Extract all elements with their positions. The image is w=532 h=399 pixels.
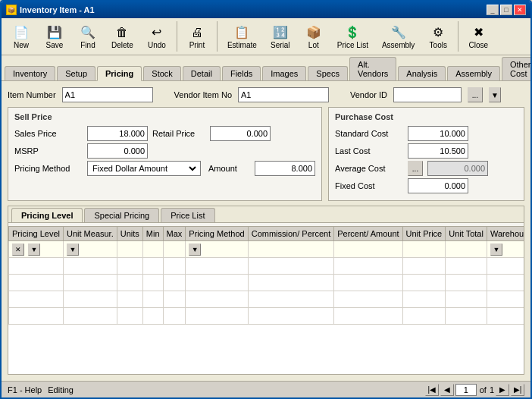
tab-alt-vendors[interactable]: Alt. Vendors [349,57,396,80]
average-cost-label: Average Cost [335,164,403,173]
cell-max[interactable] [163,241,186,258]
pricing-method-grid-dropdown-button[interactable]: ▼ [189,243,201,256]
item-number-input[interactable] [62,87,153,102]
estimate-button[interactable]: 📋 Estimate [222,22,262,52]
cell-unit-measure[interactable]: ▼ [63,241,117,258]
nav-last-button[interactable]: ▶| [511,384,524,396]
msrp-input[interactable] [87,143,148,159]
nav-next-button[interactable]: ▶ [496,384,509,396]
pricing-method-select[interactable]: Fixed Dollar Amount Percentage Markup Ma… [89,163,199,174]
delete-button[interactable]: 🗑 Delete [106,22,139,52]
tab-specs[interactable]: Specs [308,66,348,80]
nav-first-button[interactable]: |◀ [425,384,439,396]
cell-pricing-level[interactable]: ✕ ▼ [9,241,64,258]
average-cost-row: Average Cost ... [335,161,518,176]
new-button[interactable]: 📄 New [6,22,36,52]
save-button[interactable]: 💾 Save [39,22,70,52]
unit-measure-dropdown-button[interactable]: ▼ [67,243,79,256]
find-icon: 🔍 [79,24,97,41]
cell-unit-total[interactable] [446,241,487,258]
pricing-grid: Pricing Level Unit Measur. Units Min Max… [8,226,524,325]
status-bar: F1 - Help Editing |◀ ◀ of 1 ▶ ▶| [2,381,530,397]
vendor-id-label: Vendor ID [350,90,387,99]
average-cost-lookup-button[interactable]: ... [408,161,423,176]
pricing-method-combo[interactable]: Fixed Dollar Amount Percentage Markup Ma… [87,161,201,176]
page-number-input[interactable] [455,384,477,396]
warehouse-dropdown-button[interactable]: ▼ [490,243,502,256]
find-button[interactable]: 🔍 Find [73,22,103,52]
undo-button[interactable]: ↩ Undo [142,22,172,52]
close-icon: ✖ [469,24,487,41]
inner-tab-price-list[interactable]: Price List [161,208,214,222]
table-row-empty-1 [9,258,524,275]
cell-warehouse[interactable]: ▼ [487,241,524,258]
retail-price-input[interactable] [210,126,271,141]
cell-pricing-method[interactable]: ▼ [186,241,248,258]
tab-fields[interactable]: Fields [222,66,261,80]
price-list-button[interactable]: 💲 Price List [332,22,374,52]
amount-label: Amount [208,164,250,173]
purchase-cost-title: Purchase Cost [335,112,518,121]
fixed-cost-input[interactable] [408,178,468,193]
col-unit-measure: Unit Measur. [63,227,117,241]
toolbar-separator-2 [217,21,217,52]
vendor-id-dropdown-button[interactable]: ▼ [489,87,501,102]
serial-button[interactable]: 🔢 Serial [265,22,296,52]
row-delete-button[interactable]: ✕ [12,243,24,256]
purchase-cost-panel: Purchase Cost Standard Cost Last Cost Av… [328,107,524,201]
cell-commission-percent[interactable] [248,241,334,258]
table-row-empty-3 [9,291,524,308]
last-cost-input[interactable] [408,143,468,159]
tab-stock[interactable]: Stock [143,66,181,80]
standard-cost-input[interactable] [408,126,468,141]
col-commission-percent: Commission/ Percent [248,227,334,241]
tab-images[interactable]: Images [262,66,306,80]
tab-setup[interactable]: Setup [57,66,95,80]
standard-cost-label: Standard Cost [335,129,403,138]
toolbar: 📄 New 💾 Save 🔍 Find 🗑 Delete ↩ Undo 🖨 Pr… [2,18,530,55]
vendor-item-no-input[interactable] [238,87,329,102]
minimize-button[interactable]: _ [487,5,499,15]
tab-assembly[interactable]: Assembly [447,66,500,80]
table-row: ✕ ▼ ▼ ▼ [9,241,524,258]
assembly-button[interactable]: 🔧 Assembly [377,22,420,52]
row-dropdown-button[interactable]: ▼ [28,243,40,256]
vendor-id-lookup-button[interactable]: ... [468,87,483,102]
cell-units[interactable] [117,241,142,258]
close-window-button[interactable]: ✕ [514,5,526,15]
panels-row: Sell Price Sales Price Retail Price MSRP… [8,107,524,201]
estimate-icon: 📋 [233,24,251,41]
sales-price-input[interactable] [87,126,148,141]
cell-percent-amount[interactable] [334,241,402,258]
cell-min[interactable] [142,241,163,258]
cell-unit-price[interactable] [402,241,446,258]
main-content: Item Number Vendor Item No Vendor ID ...… [2,81,530,381]
maximize-button[interactable]: □ [500,5,512,15]
inner-tab-pricing-level[interactable]: Pricing Level [11,208,83,222]
sales-price-row: Sales Price Retail Price [14,126,315,141]
page-of-label: of [480,385,487,394]
tab-inventory[interactable]: Inventory [5,66,55,80]
save-icon: 💾 [45,24,64,41]
tab-analysis[interactable]: Analysis [398,66,446,80]
print-button[interactable]: 🖨 Print [182,22,212,52]
retail-price-label: Retail Price [152,129,205,138]
print-icon: 🖨 [188,24,206,41]
close-button[interactable]: ✖ Close [463,22,493,52]
tab-pricing[interactable]: Pricing [97,66,142,81]
tab-other-cost[interactable]: Other Cost [502,57,532,80]
main-tab-bar: Inventory Setup Pricing Stock Detail Fie… [2,55,530,81]
inner-tab-special-pricing[interactable]: Special Pricing [84,208,159,222]
price-list-icon: 💲 [343,24,361,41]
pricing-method-row: Pricing Method Fixed Dollar Amount Perce… [14,161,315,176]
amount-input[interactable] [255,161,315,176]
vendor-id-input[interactable] [393,87,462,102]
help-text: F1 - Help [8,385,42,394]
window-title: Inventory Item - A1 [20,5,95,14]
tab-detail[interactable]: Detail [183,66,221,80]
window-icon: 📦 [6,5,17,15]
col-unit-total: Unit Total [446,227,487,241]
lot-button[interactable]: 📦 Lot [299,22,329,52]
tools-button[interactable]: ⚙ Tools [423,22,453,52]
nav-prev-button[interactable]: ◀ [440,384,454,396]
